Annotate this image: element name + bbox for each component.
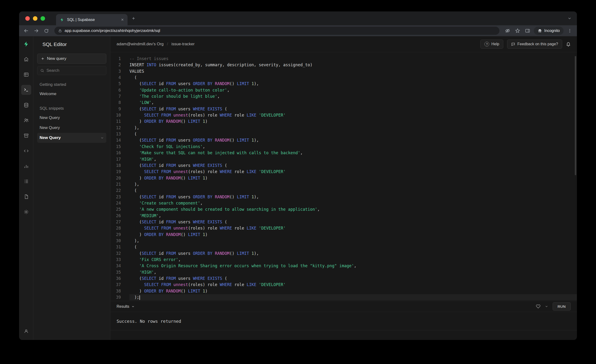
breadcrumb-org[interactable]: adam@windmill.dev's Org: [117, 42, 164, 46]
sidebar-item-new-query-1[interactable]: New Query: [37, 113, 106, 123]
code-line[interactable]: VALUES: [129, 68, 577, 74]
code-line[interactable]: 'HIGH',: [129, 156, 577, 162]
code-line[interactable]: (: [129, 74, 577, 81]
code-line[interactable]: 'Check for SQL injections',: [129, 143, 577, 150]
browser-tab[interactable]: SQL | Supabase: [56, 14, 127, 25]
code-line[interactable]: (: [129, 244, 577, 250]
line-number: 21: [110, 181, 121, 187]
favorite-heart-icon[interactable]: [536, 304, 540, 309]
results-toggle[interactable]: Results: [117, 305, 135, 309]
eye-off-icon[interactable]: [504, 27, 511, 35]
code-line[interactable]: SELECT FROM unnest(roles) role WHERE rol…: [129, 112, 577, 118]
supabase-logo-icon[interactable]: [21, 39, 31, 49]
line-number: 13: [110, 131, 121, 137]
line-number: 23: [110, 194, 121, 200]
code-line[interactable]: 'A new component should be created to al…: [129, 206, 577, 212]
reload-icon[interactable]: [42, 27, 50, 35]
notifications-bell-icon[interactable]: [566, 42, 571, 46]
code-line[interactable]: (SELECT id FROM users WHERE EXISTS (: [129, 106, 577, 112]
code-line[interactable]: (: [129, 187, 577, 193]
feedback-button[interactable]: Feedback on this page?: [507, 40, 562, 49]
back-icon[interactable]: [22, 27, 30, 35]
code-line[interactable]: 'Create search component',: [129, 200, 577, 206]
home-icon[interactable]: [21, 54, 31, 64]
side-panel-icon[interactable]: [524, 27, 531, 35]
docs-file-icon[interactable]: [21, 192, 31, 202]
code-line[interactable]: SELECT FROM unnest(roles) role WHERE rol…: [129, 225, 577, 231]
tab-search-chevron-icon[interactable]: [567, 16, 572, 21]
code-line[interactable]: ),: [129, 125, 577, 131]
code-line[interactable]: (SELECT id FROM users ORDER BY RANDOM() …: [129, 194, 577, 200]
bookmark-star-icon[interactable]: [514, 27, 522, 35]
code-line[interactable]: );: [129, 294, 577, 300]
run-button[interactable]: RUN: [553, 302, 571, 311]
code-line[interactable]: ),: [129, 238, 577, 244]
close-window-button[interactable]: [25, 16, 30, 21]
code-line[interactable]: 'Fix CORS error',: [129, 256, 577, 263]
account-icon[interactable]: [21, 326, 31, 336]
forward-icon[interactable]: [32, 27, 40, 35]
code-line[interactable]: 'LOW',: [129, 99, 577, 106]
code-line[interactable]: ) ORDER BY RANDOM() LIMIT 1): [129, 175, 577, 181]
minimize-window-button[interactable]: [33, 16, 37, 21]
code-line[interactable]: (SELECT id FROM users ORDER BY RANDOM() …: [129, 250, 577, 256]
address-bar[interactable]: app.supabase.com/project/azahtnhqohyjerz…: [54, 27, 499, 35]
table-editor-icon[interactable]: [21, 70, 31, 80]
sidebar-item-welcome[interactable]: Welcome: [37, 89, 106, 99]
code-line[interactable]: (SELECT id FROM users WHERE EXISTS (: [129, 275, 577, 282]
breadcrumb-project[interactable]: issue-tracker: [171, 42, 194, 46]
code-line[interactable]: (: [129, 131, 577, 137]
line-number: 39: [110, 294, 121, 300]
code-line[interactable]: -- Insert issues: [129, 56, 577, 62]
code-line[interactable]: (SELECT id FROM users ORDER BY RANDOM() …: [129, 137, 577, 143]
code-line[interactable]: 'The color should be light blue',: [129, 93, 577, 99]
line-number: 19: [110, 169, 121, 175]
line-number: 6: [110, 87, 121, 93]
sidebar-item-new-query-2[interactable]: New Query: [37, 123, 106, 133]
line-number: 2: [110, 62, 121, 68]
database-icon[interactable]: [21, 100, 31, 110]
editor-code[interactable]: -- Insert issuesINSERT INTO issues(creat…: [126, 56, 577, 301]
code-line[interactable]: SELECT FROM unnest(roles) role WHERE rol…: [129, 282, 577, 288]
code-line[interactable]: ) ORDER BY RANDOM() LIMIT 1): [129, 231, 577, 238]
sql-code-editor[interactable]: 1234567891011121314151617181920212223242…: [110, 52, 577, 301]
zoom-window-button[interactable]: [41, 16, 45, 21]
code-line[interactable]: 'A Cross Origin Resource Sharing error o…: [129, 263, 577, 269]
logs-list-icon[interactable]: [21, 176, 31, 186]
editor-scrollbar[interactable]: [575, 56, 576, 175]
chevron-down-icon[interactable]: [100, 136, 104, 140]
code-line[interactable]: SELECT FROM unnest(roles) role WHERE rol…: [129, 169, 577, 175]
help-button[interactable]: ? Help: [480, 40, 503, 49]
api-code-icon[interactable]: [21, 146, 31, 156]
section-getting-started: Getting started: [40, 82, 104, 87]
sidebar-item-new-query-active[interactable]: New Query: [37, 133, 106, 143]
authentication-users-icon[interactable]: [21, 115, 31, 125]
line-number: 9: [110, 106, 121, 112]
new-query-button[interactable]: New query: [37, 54, 106, 64]
reports-chart-icon[interactable]: [21, 161, 31, 171]
code-line[interactable]: (SELECT id FROM users ORDER BY RANDOM() …: [129, 81, 577, 87]
code-line[interactable]: 'Update call-to-action button color',: [129, 87, 577, 93]
storage-icon[interactable]: [21, 131, 31, 141]
code-line[interactable]: ) ORDER BY RANDOM() LIMIT 1): [129, 118, 577, 124]
line-number: 18: [110, 162, 121, 169]
sql-editor-icon[interactable]: [21, 85, 31, 95]
line-number: 1: [110, 56, 121, 62]
url-text[interactable]: app.supabase.com/project/azahtnhqohyjerz…: [65, 28, 160, 33]
code-line[interactable]: ),: [129, 181, 577, 187]
code-line[interactable]: (SELECT id FROM users WHERE EXISTS (: [129, 162, 577, 169]
code-line[interactable]: INSERT INTO issues(created_by, summary, …: [129, 62, 577, 68]
plus-icon: [41, 57, 45, 60]
tab-close-icon[interactable]: [121, 18, 124, 22]
code-line[interactable]: 'MEDIUM',: [129, 213, 577, 219]
code-line[interactable]: ) ORDER BY RANDOM() LIMIT 1): [129, 288, 577, 294]
browser-menu-kebab-icon[interactable]: [566, 27, 574, 35]
code-line[interactable]: 'Make sure that SQL can not be injected …: [129, 150, 577, 156]
search-input[interactable]: [46, 68, 103, 73]
run-options-chevron-icon[interactable]: [545, 305, 548, 308]
new-tab-button[interactable]: [131, 16, 136, 21]
code-line[interactable]: (SELECT id FROM users WHERE EXISTS (: [129, 219, 577, 225]
settings-gear-icon[interactable]: [21, 207, 31, 217]
code-line[interactable]: 'HIGH',: [129, 269, 577, 275]
search-box[interactable]: [37, 66, 106, 75]
